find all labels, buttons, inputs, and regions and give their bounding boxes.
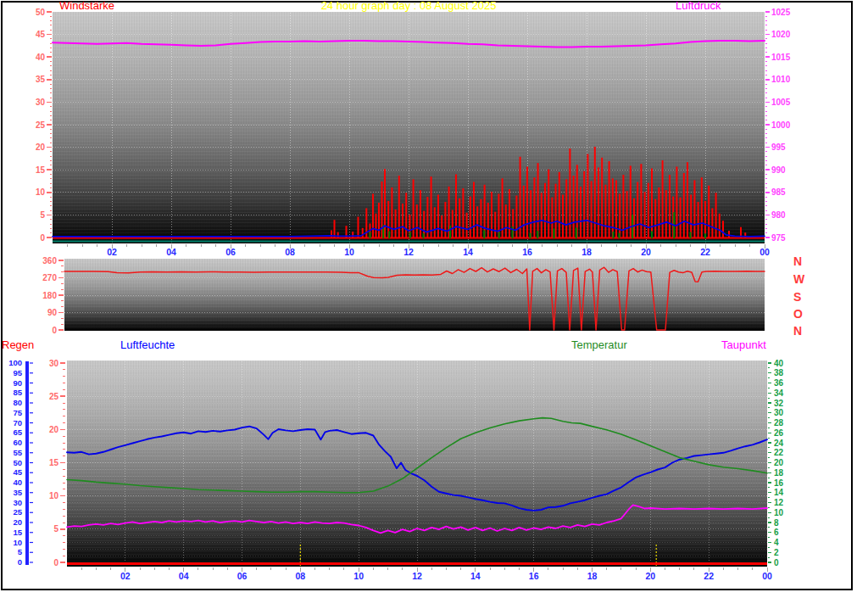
tick-label: 26 [774, 428, 784, 438]
tick-label: 180 [42, 291, 57, 300]
tick-label: 06 [237, 571, 248, 581]
x-axis-top: 020406081012141618202200 [68, 244, 770, 257]
tick-label: 08 [295, 571, 305, 581]
tick-label: 50 [13, 458, 22, 467]
tick-label: 16 [522, 247, 532, 257]
tick-label: 100 [8, 358, 22, 367]
axis-pressure-right: 975980985990995100010051010101510201025 [765, 8, 791, 243]
tick-label: 45 [36, 30, 46, 39]
tick-label: 14 [470, 571, 481, 581]
tick-label: 55 [13, 448, 22, 457]
tick-label: 12 [403, 247, 414, 257]
x-axis-bottom: 020406081012141618202200 [81, 567, 772, 581]
tick-label: 20 [641, 247, 651, 257]
axis-direction-left: 090180270360 [42, 256, 64, 335]
tick-label: 20 [774, 458, 784, 467]
tick-label: 14 [463, 247, 473, 257]
tick-label: 0 [53, 558, 58, 567]
tick-label: 5 [40, 210, 45, 220]
tick-label: 38 [774, 368, 784, 377]
tick-label: 990 [771, 165, 786, 175]
tick-label: 995 [771, 143, 786, 152]
tick-label: 28 [774, 418, 784, 428]
tick-label: 22 [774, 448, 784, 457]
tick-label: 25 [13, 507, 22, 517]
tick-label: 14 [774, 488, 784, 497]
axis-rain-inner-left: 051015202530 [49, 359, 65, 567]
tick-label: 30 [49, 359, 59, 368]
axis-humidity-left: 0510152025303540455055606570758085909510… [8, 358, 33, 567]
axis-wind-left: 05101520253035404550 [36, 8, 52, 243]
tick-label: 985 [771, 187, 786, 197]
tick-label: 1010 [771, 75, 791, 84]
tick-label: 00 [760, 247, 770, 257]
tick-label: 35 [36, 75, 46, 84]
tick-label: 40 [13, 478, 22, 487]
tick-label: 980 [771, 210, 786, 220]
tick-label: 15 [36, 165, 46, 175]
tick-label: 35 [13, 488, 22, 497]
tick-label: 1020 [771, 30, 791, 39]
tick-label: 90 [13, 378, 22, 388]
panel-wind-direction [64, 267, 765, 330]
tick-label: 5 [53, 524, 58, 534]
tick-label: 20 [645, 571, 655, 581]
tick-label: 10 [344, 247, 354, 257]
tick-label: 70 [13, 418, 22, 428]
tick-label: 32 [774, 399, 784, 408]
tick-label: 22 [700, 247, 710, 257]
tick-label: 65 [13, 428, 22, 437]
tick-label: 10 [36, 187, 46, 197]
tick-label: 5 [18, 547, 23, 556]
axis-temp-right: 0246810121416182022242628303234363840 [768, 359, 784, 567]
tick-label: 270 [42, 273, 57, 282]
tick-label: 0 [52, 326, 57, 335]
tick-label: 30 [13, 498, 22, 507]
tick-label: 04 [179, 571, 189, 581]
tick-label: 18 [581, 247, 592, 257]
tick-label: 10 [353, 571, 364, 581]
tick-label: 18 [587, 571, 598, 581]
tick-label: 30 [36, 98, 46, 107]
tick-label: 2 [774, 548, 779, 557]
gridlines [53, 13, 767, 565]
tick-label: 50 [36, 8, 46, 17]
tick-label: 08 [285, 247, 295, 257]
tick-label: 45 [13, 467, 22, 477]
tick-label: 18 [774, 468, 784, 478]
tick-label: 975 [771, 233, 786, 243]
tick-label: 1000 [771, 120, 791, 130]
tick-label: 02 [107, 247, 117, 257]
tick-label: 20 [49, 425, 59, 434]
tick-label: 16 [774, 478, 784, 488]
tick-label: 1005 [771, 98, 791, 107]
tick-label: 360 [42, 256, 57, 265]
tick-label: 10 [49, 491, 59, 500]
tick-label: 60 [13, 438, 22, 447]
tick-label: 80 [13, 398, 22, 407]
tick-label: 1015 [771, 53, 791, 62]
tick-label: 8 [774, 518, 779, 528]
tick-label: 10 [13, 538, 22, 547]
tick-label: 36 [774, 378, 784, 388]
tick-label: 30 [774, 408, 784, 417]
tick-label: 02 [120, 571, 131, 581]
tick-label: 15 [49, 458, 59, 467]
tick-label: 0 [774, 558, 779, 567]
tick-label: 12 [774, 498, 784, 507]
tick-label: 25 [49, 392, 59, 401]
tick-label: 75 [13, 408, 22, 417]
tick-label: 20 [36, 143, 46, 152]
tick-label: 85 [13, 388, 22, 397]
tick-label: 06 [225, 247, 236, 257]
tick-label: 10 [774, 508, 784, 517]
tick-label: 6 [774, 528, 779, 537]
tick-label: 12 [412, 571, 422, 581]
tick-label: 25 [36, 120, 46, 130]
tick-label: 15 [13, 528, 22, 537]
tick-label: 04 [166, 247, 176, 257]
tick-label: 22 [704, 571, 714, 581]
tick-label: 0 [18, 557, 22, 567]
weather-graph-window: Windstärke 24 hour graph day : 08 August… [0, 0, 868, 598]
chart-canvas: 0510152025303540455097598098599099510001… [0, 0, 868, 598]
